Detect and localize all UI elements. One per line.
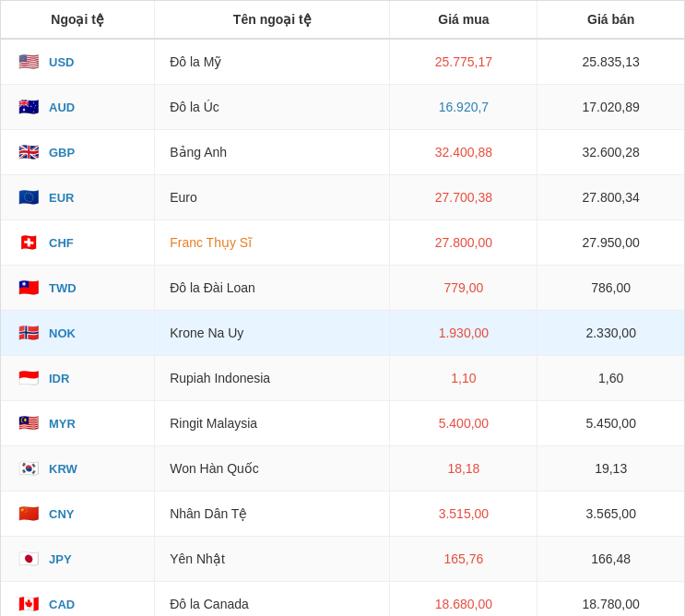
- flag-icon: 🇨🇦: [16, 591, 41, 616]
- header-buy: Giá mua: [390, 1, 537, 39]
- table-row: 🇰🇷 KRW Won Hàn Quốc18,1819,13: [1, 446, 684, 492]
- currency-name-cell: Bảng Anh: [155, 130, 390, 175]
- currency-name-cell: Nhân Dân Tệ: [155, 492, 390, 537]
- buy-price: 16.920,7: [390, 85, 537, 130]
- currency-cell: 🇲🇾 MYR: [1, 401, 155, 446]
- currency-name-cell: Đô la Đài Loan: [155, 266, 390, 311]
- flag-icon: 🇦🇺: [16, 94, 41, 120]
- currency-cell: 🇹🇼 TWD: [1, 266, 155, 311]
- currency-cell: 🇨🇳 CNY: [1, 492, 155, 537]
- currency-name-cell: Đô la Canada: [155, 582, 390, 617]
- buy-price: 18,18: [390, 446, 537, 492]
- table-row: 🇲🇾 MYR Ringit Malaysia5.400,005.450,00: [1, 401, 684, 446]
- flag-icon: 🇲🇾: [16, 410, 41, 436]
- currency-code: CHF: [49, 236, 74, 250]
- currency-name-cell: Rupiah Indonesia: [155, 356, 390, 401]
- buy-price: 3.515,00: [390, 492, 537, 537]
- currency-cell: 🇯🇵 JPY: [1, 537, 155, 582]
- flag-icon: 🇺🇸: [16, 49, 41, 75]
- currency-code: USD: [49, 55, 74, 69]
- sell-price: 27.800,34: [537, 175, 684, 220]
- currency-cell: 🇺🇸 USD: [1, 39, 155, 85]
- buy-price: 165,76: [390, 537, 537, 582]
- buy-price: 5.400,00: [390, 401, 537, 446]
- sell-price: 786,00: [537, 266, 684, 311]
- buy-price: 27.700,38: [390, 175, 537, 220]
- buy-price: 27.800,00: [390, 220, 537, 266]
- flag-icon: 🇯🇵: [16, 546, 41, 572]
- flag-icon: 🇮🇩: [16, 365, 41, 391]
- flag-icon: 🇨🇳: [16, 501, 41, 527]
- currency-code: GBP: [49, 146, 75, 160]
- sell-price: 5.450,00: [537, 401, 684, 446]
- currency-cell: 🇦🇺 AUD: [1, 85, 155, 130]
- table-row: 🇺🇸 USD Đô la Mỹ25.775,1725.835,13: [1, 39, 684, 85]
- sell-price: 2.330,00: [537, 311, 684, 356]
- flag-icon: 🇬🇧: [16, 139, 41, 165]
- buy-price: 18.680,00: [390, 582, 537, 617]
- buy-price: 779,00: [390, 266, 537, 311]
- currency-code: JPY: [49, 552, 72, 566]
- table-row: 🇪🇺 EUR Euro27.700,3827.800,34: [1, 175, 684, 220]
- header-sell: Giá bán: [537, 1, 684, 39]
- sell-price: 32.600,28: [537, 130, 684, 175]
- currency-table: Ngoại tệ Tên ngoại tệ Giá mua Giá bán 🇺🇸…: [1, 1, 684, 616]
- currency-code: CAD: [49, 598, 75, 611]
- sell-price: 166,48: [537, 537, 684, 582]
- currency-cell: 🇮🇩 IDR: [1, 356, 155, 401]
- table-row: 🇹🇼 TWD Đô la Đài Loan779,00786,00: [1, 266, 684, 311]
- currency-cell: 🇰🇷 KRW: [1, 446, 155, 492]
- table-header-row: Ngoại tệ Tên ngoại tệ Giá mua Giá bán: [1, 1, 684, 39]
- header-name: Tên ngoại tệ: [155, 1, 390, 39]
- table-row: 🇨🇭 CHF Franc Thụy Sĩ27.800,0027.950,00: [1, 220, 684, 266]
- currency-code: EUR: [49, 191, 74, 205]
- currency-name-cell: Franc Thụy Sĩ: [155, 220, 390, 266]
- flag-icon: 🇳🇴: [16, 320, 41, 346]
- sell-price: 1,60: [537, 356, 684, 401]
- currency-code: TWD: [49, 281, 77, 295]
- currency-code: KRW: [49, 462, 77, 476]
- currency-cell: 🇪🇺 EUR: [1, 175, 155, 220]
- currency-name-cell: Krone Na Uy: [155, 311, 390, 356]
- buy-price: 1,10: [390, 356, 537, 401]
- flag-icon: 🇹🇼: [16, 275, 41, 301]
- sell-price: 19,13: [537, 446, 684, 492]
- currency-cell: 🇨🇭 CHF: [1, 220, 155, 266]
- currency-name-cell: Ringit Malaysia: [155, 401, 390, 446]
- sell-price: 27.950,00: [537, 220, 684, 266]
- header-currency: Ngoại tệ: [1, 1, 155, 39]
- table-row: 🇬🇧 GBP Bảng Anh32.400,8832.600,28: [1, 130, 684, 175]
- buy-price: 1.930,00: [390, 311, 537, 356]
- currency-cell: 🇳🇴 NOK: [1, 311, 155, 356]
- table-row: 🇯🇵 JPY Yên Nhật165,76166,48: [1, 537, 684, 582]
- sell-price: 25.835,13: [537, 39, 684, 85]
- flag-icon: 🇪🇺: [16, 184, 41, 210]
- currency-code: NOK: [49, 326, 76, 340]
- currency-name-cell: Euro: [155, 175, 390, 220]
- flag-icon: 🇰🇷: [16, 456, 41, 481]
- table-row: 🇨🇦 CAD Đô la Canada18.680,0018.780,00: [1, 582, 684, 617]
- currency-cell: 🇬🇧 GBP: [1, 130, 155, 175]
- currency-code: AUD: [49, 101, 75, 114]
- currency-name-cell: Won Hàn Quốc: [155, 446, 390, 492]
- currency-code: MYR: [49, 417, 76, 431]
- currency-name-cell: Đô la Mỹ: [155, 39, 390, 85]
- sell-price: 18.780,00: [537, 582, 684, 617]
- currency-name-cell: Đô la Úc: [155, 85, 390, 130]
- currency-table-container: CHỢ GIÁ Ngoại tệ Tên ngoại tệ Giá mua Gi…: [0, 0, 685, 616]
- table-row: 🇦🇺 AUD Đô la Úc16.920,717.020,89: [1, 85, 684, 130]
- table-row: 🇮🇩 IDR Rupiah Indonesia1,101,60: [1, 356, 684, 401]
- buy-price: 25.775,17: [390, 39, 537, 85]
- currency-name-cell: Yên Nhật: [155, 537, 390, 582]
- currency-cell: 🇨🇦 CAD: [1, 582, 155, 617]
- flag-icon: 🇨🇭: [16, 230, 41, 255]
- sell-price: 3.565,00: [537, 492, 684, 537]
- currency-code: IDR: [49, 372, 69, 385]
- table-row: 🇳🇴 NOK Krone Na Uy1.930,002.330,00: [1, 311, 684, 356]
- sell-price: 17.020,89: [537, 85, 684, 130]
- table-row: 🇨🇳 CNY Nhân Dân Tệ3.515,003.565,00: [1, 492, 684, 537]
- buy-price: 32.400,88: [390, 130, 537, 175]
- currency-code: CNY: [49, 507, 74, 521]
